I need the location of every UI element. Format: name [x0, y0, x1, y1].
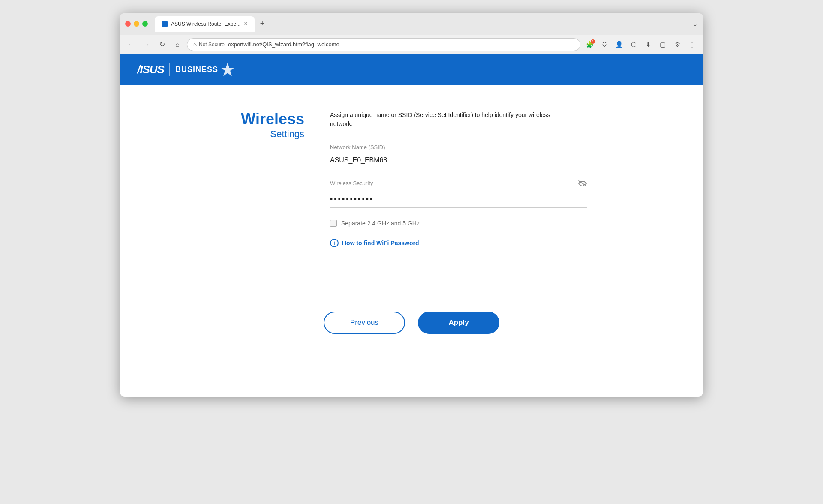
apply-button[interactable]: Apply: [418, 312, 499, 334]
tab-close-icon[interactable]: ✕: [244, 21, 248, 27]
menu-icon[interactable]: ⋮: [686, 39, 698, 51]
tab-chevron-icon[interactable]: ⌄: [693, 21, 698, 27]
separate-bands-row: Separate 2.4 GHz and 5 GHz: [330, 220, 587, 227]
help-link-label: How to find WiFi Password: [342, 240, 419, 246]
url-text: expertwifi.net/QIS_wizard.htm?flag=welco…: [228, 41, 339, 48]
forward-button[interactable]: →: [141, 39, 153, 51]
wizard-title-column: Wireless Settings: [236, 111, 304, 273]
profile-icon[interactable]: 👤: [613, 39, 625, 51]
title-bar: ASUS Wireless Router Expe... ✕ + ⌄: [120, 13, 703, 35]
asus-wordmark: /ISUS: [137, 63, 164, 76]
cast-icon[interactable]: ⬡: [628, 39, 640, 51]
ssid-input[interactable]: [330, 153, 587, 168]
ssid-field: Network Name (SSID): [330, 144, 587, 168]
refresh-button[interactable]: ↻: [156, 39, 168, 51]
active-tab[interactable]: ASUS Wireless Router Expe... ✕: [155, 16, 255, 32]
wifi-password-help-link[interactable]: i How to find WiFi Password: [330, 239, 587, 247]
tab-favicon: [162, 21, 168, 27]
window-icon[interactable]: ▢: [657, 39, 669, 51]
page-title-line2: Settings: [236, 129, 304, 140]
ssid-label: Network Name (SSID): [330, 144, 587, 150]
warning-icon: ⚠: [192, 42, 197, 48]
address-bar: ← → ↻ ⌂ ⚠ Not Secure expertwifi.net/QIS_…: [120, 35, 703, 54]
notification-badge: 1: [591, 39, 595, 44]
logo-divider: [169, 63, 170, 76]
tab-title: ASUS Wireless Router Expe...: [171, 21, 240, 27]
traffic-lights: [125, 21, 148, 27]
settings-icon[interactable]: ⚙: [671, 39, 683, 51]
maximize-button[interactable]: [142, 21, 148, 27]
svg-marker-0: [221, 63, 234, 76]
previous-button[interactable]: Previous: [324, 312, 405, 334]
page-title-line1: Wireless: [236, 111, 304, 128]
security-label-row: Wireless Security: [330, 180, 587, 189]
asus-header: /ISUS BUSINESS: [120, 54, 703, 85]
close-button[interactable]: [125, 21, 131, 27]
url-bar[interactable]: ⚠ Not Secure expertwifi.net/QIS_wizard.h…: [187, 38, 580, 51]
not-secure-indicator: ⚠ Not Secure: [192, 42, 225, 48]
save-icon[interactable]: ⬇: [642, 39, 654, 51]
form-description: Assign a unique name or SSID (Service Se…: [330, 111, 570, 129]
toolbar-icons: 🧩 1 🛡 👤 ⬡ ⬇ ▢ ⚙ ⋮: [584, 39, 698, 51]
security-field: Wireless Security: [330, 180, 587, 208]
wizard-content: Wireless Settings Assign a unique name o…: [120, 85, 703, 299]
info-icon: i: [330, 239, 339, 247]
minimize-button[interactable]: [134, 21, 139, 27]
tab-bar: ASUS Wireless Router Expe... ✕ + ⌄: [155, 16, 698, 32]
separate-bands-label: Separate 2.4 GHz and 5 GHz: [341, 220, 420, 227]
security-label: Wireless Security: [330, 180, 373, 186]
not-secure-label: Not Secure: [199, 42, 225, 48]
new-tab-button[interactable]: +: [256, 18, 268, 30]
password-input[interactable]: [330, 192, 587, 208]
wizard-buttons: Previous Apply: [120, 299, 703, 360]
toggle-password-icon[interactable]: [578, 180, 587, 189]
extensions-icon[interactable]: 🧩 1: [584, 39, 596, 51]
page-content: /ISUS BUSINESS Wireless Settings Assig: [120, 54, 703, 397]
asus-logo: /ISUS BUSINESS: [137, 63, 234, 76]
business-label: BUSINESS: [175, 65, 218, 74]
home-button[interactable]: ⌂: [171, 39, 183, 51]
browser-window: ASUS Wireless Router Expe... ✕ + ⌄ ← → ↻…: [120, 13, 703, 397]
back-button[interactable]: ←: [125, 39, 137, 51]
separate-bands-checkbox[interactable]: [330, 220, 337, 227]
shield-icon[interactable]: 🛡: [598, 39, 610, 51]
asus-logo-icon: [221, 63, 234, 76]
wizard-inner: Wireless Settings Assign a unique name o…: [219, 111, 604, 273]
wizard-form-column: Assign a unique name or SSID (Service Se…: [330, 111, 587, 273]
security-field-wrapper: Wireless Security: [330, 180, 587, 208]
